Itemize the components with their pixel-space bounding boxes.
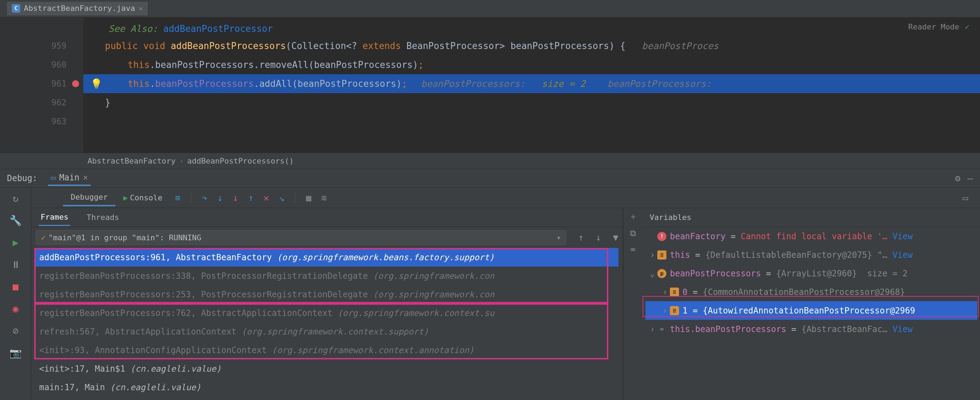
line-number[interactable]: 960 xyxy=(0,55,83,74)
gutter: 959 960 961 962 963 xyxy=(0,18,83,153)
stack-frame[interactable]: registerBeanPostProcessors:338, PostProc… xyxy=(36,266,619,285)
stack-frame[interactable]: main:17, Main (cn.eagleli.value) xyxy=(36,378,619,397)
frames-list[interactable]: addBeanPostProcessors:961, AbstractBeanF… xyxy=(32,248,623,400)
tab-variables[interactable]: Variables xyxy=(648,209,694,225)
step-over-icon[interactable]: ↷ xyxy=(197,193,212,203)
play-icon: ▶ xyxy=(123,193,128,202)
tab-debugger[interactable]: Debugger xyxy=(63,189,116,206)
view-link[interactable]: View xyxy=(892,250,913,260)
run-config-tab[interactable]: ▭ Main × xyxy=(48,171,91,186)
check-icon: ✓ xyxy=(41,233,46,242)
breakpoints-icon[interactable]: ◉ xyxy=(13,303,19,314)
debug-title: Debug: xyxy=(7,174,37,183)
drop-frame-icon[interactable]: ✕ xyxy=(259,193,274,203)
variable-row[interactable]: ›≡1 = {AutowiredAnnotationBeanPostProces… xyxy=(645,301,977,320)
rerun-icon[interactable]: ↻ xyxy=(13,193,19,204)
tab-frames[interactable]: Frames xyxy=(38,209,70,226)
frames-pane: Frames Threads ✓ "main"@1 in group "main… xyxy=(32,208,623,400)
pause-icon[interactable]: ⏸ xyxy=(11,259,21,270)
variables-list[interactable]: !beanFactory = Cannot find local variabl… xyxy=(643,227,980,400)
step-into-icon[interactable]: ↓ xyxy=(212,193,228,203)
breadcrumb-method[interactable]: addBeanPostProcessors() xyxy=(187,156,294,165)
stack-frame[interactable]: registerBeanPostProcessors:253, PostProc… xyxy=(36,285,619,304)
code-line[interactable]: this.beanPostProcessors.removeAll(beanPo… xyxy=(83,55,980,74)
code-line[interactable] xyxy=(83,112,980,126)
stack-frame[interactable]: registerBeanPostProcessors:762, Abstract… xyxy=(36,304,619,322)
class-icon: C xyxy=(12,4,20,13)
tab-threads[interactable]: Threads xyxy=(84,209,121,225)
editor: 959 960 961 962 963 Reader Mode ✓ See Al… xyxy=(0,18,980,153)
debug-sidebar: ↻ 🔧 ▶ ⏸ ■ ◉ ⊘ 📷 xyxy=(0,188,32,400)
variable-row[interactable]: ⌄pbeanPostProcessors = {ArrayList@2960} … xyxy=(645,264,977,283)
code-pane[interactable]: Reader Mode ✓ See Also: addBeanPostProce… xyxy=(83,18,980,153)
line-number[interactable]: 962 xyxy=(0,93,83,112)
layout-settings-icon[interactable]: ▭ xyxy=(958,193,973,203)
stack-frame[interactable]: <init>:17, Main$1 (cn.eagleli.value) xyxy=(36,359,619,378)
check-icon: ✓ xyxy=(965,22,969,31)
resume-icon[interactable]: ▶ xyxy=(13,237,19,249)
stack-frame[interactable]: addBeanPostProcessors:961, AbstractBeanF… xyxy=(36,248,619,266)
reader-mode-toggle[interactable]: Reader Mode ✓ xyxy=(908,22,969,31)
step-out-icon[interactable]: ↑ xyxy=(243,193,259,203)
intention-bulb-icon[interactable]: 💡 xyxy=(90,78,103,90)
add-icon[interactable]: ＋ xyxy=(629,211,637,222)
frames-tool-column: ＋ ⧉ ∞ xyxy=(623,208,643,400)
layout-icon[interactable]: ≡ xyxy=(170,193,186,203)
stack-frame[interactable]: refresh:567, AbstractApplicationContext … xyxy=(36,322,619,341)
application-icon: ▭ xyxy=(51,173,56,182)
wrench-icon[interactable]: 🔧 xyxy=(10,215,22,226)
variable-row[interactable]: ›≡this = {DefaultListableBeanFactory@207… xyxy=(645,245,977,264)
copy-icon[interactable]: ⧉ xyxy=(630,228,636,238)
code-line[interactable]: public void addBeanPostProcessors(Collec… xyxy=(83,37,980,55)
breakpoint-line[interactable]: 961 xyxy=(0,74,83,93)
run-to-cursor-icon[interactable]: ↘ xyxy=(274,193,290,203)
debug-header: Debug: ▭ Main × ⚙ — xyxy=(0,169,980,188)
variable-row[interactable]: ›≡0 = {CommonAnnotationBeanPostProcessor… xyxy=(645,283,977,301)
code-line[interactable]: See Also: addBeanPostProcessor xyxy=(83,21,980,37)
trace-icon[interactable]: ≋ xyxy=(317,193,332,203)
prev-frame-icon[interactable]: ↑ xyxy=(578,232,584,243)
code-line[interactable]: } xyxy=(83,93,980,112)
variable-row[interactable]: ›∞this.beanPostProcessors = {AbstractBea… xyxy=(645,320,977,338)
close-icon[interactable]: × xyxy=(83,173,88,182)
stop-icon[interactable]: ■ xyxy=(13,281,19,292)
breadcrumb-class[interactable]: AbstractBeanFactory xyxy=(88,156,176,165)
close-icon[interactable]: × xyxy=(138,4,143,13)
line-number[interactable]: 959 xyxy=(0,37,83,55)
force-step-into-icon[interactable]: ↓ xyxy=(228,193,243,203)
gear-icon[interactable]: ⚙ xyxy=(955,173,961,183)
debug-panel: Debug: ▭ Main × ⚙ — ↻ 🔧 ▶ ⏸ ■ ◉ ⊘ 📷 Debu… xyxy=(0,169,980,400)
chevron-down-icon: ▾ xyxy=(557,233,561,242)
evaluate-icon[interactable]: ▦ xyxy=(301,193,317,203)
code-line-current[interactable]: 💡this.beanPostProcessors.addAll(beanPost… xyxy=(83,74,980,93)
variable-row[interactable]: !beanFactory = Cannot find local variabl… xyxy=(645,227,977,245)
tab-console[interactable]: ▶Console xyxy=(116,190,170,206)
chevron-right-icon: › xyxy=(179,156,184,165)
line-number[interactable]: 963 xyxy=(0,112,83,131)
debug-toolbar: Debugger ▶Console ≡ ↷ ↓ ↓ ↑ ✕ ↘ ▦ ≋ ▭ xyxy=(32,188,980,208)
variables-pane: Variables !beanFactory = Cannot find loc… xyxy=(643,208,980,400)
stack-frame[interactable]: <init>:93, AnnotationConfigApplicationCo… xyxy=(36,341,619,359)
camera-icon[interactable]: 📷 xyxy=(10,347,22,359)
view-link[interactable]: View xyxy=(892,231,913,241)
file-tab-bar: C AbstractBeanFactory.java × xyxy=(0,0,980,18)
view-link[interactable]: View xyxy=(892,324,913,334)
minimize-icon[interactable]: — xyxy=(967,173,973,183)
thread-selector[interactable]: ✓ "main"@1 in group "main": RUNNING ▾ xyxy=(36,230,566,245)
breadcrumb[interactable]: AbstractBeanFactory › addBeanPostProcess… xyxy=(0,153,980,169)
run-config-name: Main xyxy=(59,173,80,182)
next-frame-icon[interactable]: ↓ xyxy=(596,232,601,243)
filter-icon[interactable]: ▼ xyxy=(613,232,619,243)
glasses-icon[interactable]: ∞ xyxy=(630,244,635,254)
file-tab[interactable]: C AbstractBeanFactory.java × xyxy=(7,2,148,15)
file-tab-label: AbstractBeanFactory.java xyxy=(24,4,135,13)
mute-breakpoints-icon[interactable]: ⊘ xyxy=(13,325,19,336)
